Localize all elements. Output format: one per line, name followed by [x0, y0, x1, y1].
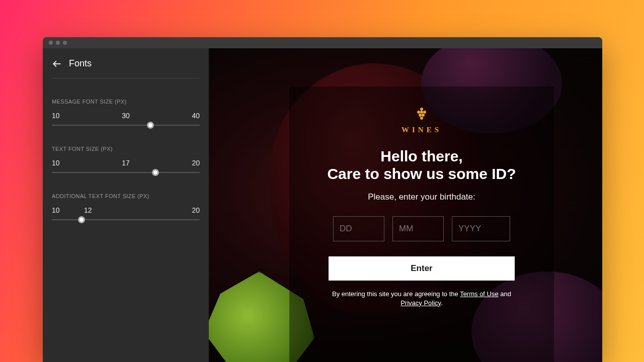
slider-label: TEXT FONT SIZE (PX)	[52, 146, 200, 152]
slider-label: MESSAGE FONT SIZE (PX)	[52, 99, 200, 105]
window-titlebar	[43, 37, 602, 48]
slider-track	[52, 219, 200, 220]
slider-values: 10 12 20	[52, 206, 200, 214]
slider-value: 12	[84, 206, 95, 214]
text-font-slider[interactable]	[52, 172, 200, 173]
slider-group-message: MESSAGE FONT SIZE (PX) 10 30 40	[52, 99, 200, 126]
day-input[interactable]	[333, 216, 384, 241]
disclaimer-text: By entering this site you are agreeing t…	[308, 290, 535, 308]
birthdate-inputs	[308, 216, 535, 241]
slider-track	[52, 172, 200, 173]
terms-of-use-link[interactable]: Terms of Use	[460, 290, 499, 298]
modal-headline: Hello there, Care to show us some ID?	[308, 147, 535, 183]
headline-line2: Care to show us some ID?	[327, 165, 516, 182]
slider-max: 20	[189, 206, 200, 214]
modal-subtext: Please, enter your birthdate:	[308, 192, 535, 202]
slider-values: 10 30 40	[52, 112, 200, 120]
app-window: Fonts MESSAGE FONT SIZE (PX) 10 30 40 TE…	[43, 37, 602, 362]
sidebar-title: Fonts	[69, 58, 92, 69]
additional-font-slider[interactable]	[52, 219, 200, 220]
disclaimer-period: .	[441, 299, 443, 307]
message-font-slider[interactable]	[52, 125, 200, 126]
window-dot[interactable]	[56, 41, 60, 45]
svg-point-4	[423, 111, 426, 114]
svg-point-5	[419, 114, 422, 117]
svg-point-1	[420, 108, 423, 111]
svg-point-6	[422, 114, 425, 117]
age-gate-modal: WINES Hello there, Care to show us some …	[289, 86, 554, 362]
preview-pane: WINES Hello there, Care to show us some …	[209, 48, 602, 362]
privacy-policy-link[interactable]: Privacy Policy	[400, 299, 441, 307]
grape-cluster-icon	[415, 107, 429, 124]
headline-line1: Hello there,	[380, 148, 462, 164]
slider-group-text: TEXT FONT SIZE (PX) 10 17 20	[52, 146, 200, 173]
svg-point-2	[417, 111, 420, 114]
slider-min: 10	[52, 206, 63, 214]
slider-track	[52, 125, 200, 126]
slider-thumb[interactable]	[78, 216, 85, 223]
year-input[interactable]	[452, 216, 510, 241]
slider-max: 20	[189, 159, 200, 167]
slider-value: 30	[120, 112, 131, 120]
brand-name: WINES	[401, 126, 442, 134]
window-dot[interactable]	[49, 41, 53, 45]
disclaimer-and: and	[499, 290, 511, 298]
slider-thumb[interactable]	[152, 169, 159, 176]
disclaimer-prefix: By entering this site you are agreeing t…	[332, 290, 460, 298]
slider-thumb[interactable]	[147, 122, 154, 129]
slider-value: 17	[120, 159, 131, 167]
slider-values: 10 17 20	[52, 159, 200, 167]
svg-point-3	[420, 111, 423, 114]
slider-min: 10	[52, 112, 63, 120]
slider-group-additional: ADDITIONAL TEXT FONT SIZE (PX) 10 12 20	[52, 193, 200, 220]
window-dot[interactable]	[63, 41, 67, 45]
brand-logo: WINES	[308, 107, 535, 134]
sidebar-header: Fonts	[52, 58, 200, 78]
month-input[interactable]	[392, 216, 444, 241]
content: Fonts MESSAGE FONT SIZE (PX) 10 30 40 TE…	[43, 48, 602, 362]
svg-point-7	[420, 117, 423, 120]
back-arrow-icon[interactable]	[52, 59, 62, 69]
fonts-sidebar: Fonts MESSAGE FONT SIZE (PX) 10 30 40 TE…	[43, 48, 209, 362]
enter-button[interactable]: Enter	[329, 256, 515, 281]
slider-label: ADDITIONAL TEXT FONT SIZE (PX)	[52, 193, 200, 199]
slider-max: 40	[189, 112, 200, 120]
slider-min: 10	[52, 159, 63, 167]
